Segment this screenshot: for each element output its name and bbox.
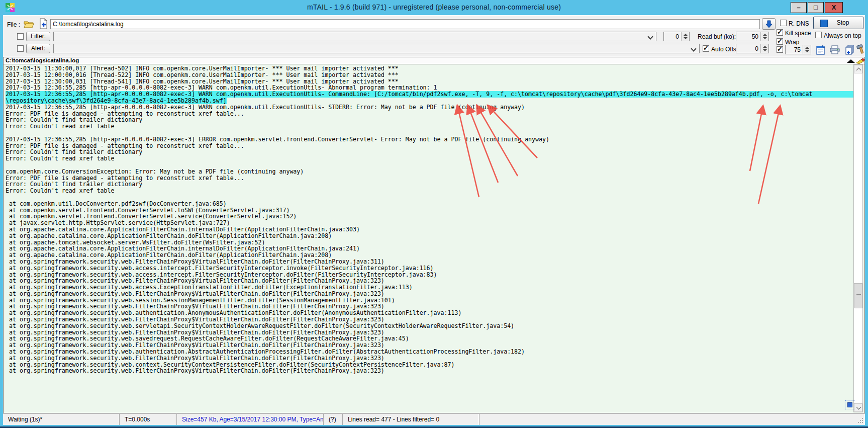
chevron-up-icon bbox=[856, 68, 861, 73]
spinner-arrows[interactable] bbox=[760, 44, 768, 53]
rdns-label: R. DNS bbox=[789, 20, 809, 27]
printer-icon[interactable] bbox=[829, 44, 840, 55]
statusbar: Waiting (1s)* T=0.000s Size=457 Kb, Age=… bbox=[3, 413, 865, 425]
log-line: \repository\cache\swf\3fd264e9-8cfa-43e7… bbox=[6, 98, 854, 104]
log-line: at org.springframework.security.web.acce… bbox=[6, 265, 854, 272]
scrollbar-thumb[interactable] bbox=[854, 283, 862, 308]
filter-combobox[interactable] bbox=[53, 32, 656, 41]
file-path-input[interactable]: C:\tomcat\logs\catalina.log bbox=[50, 19, 760, 29]
vertical-scrollbar[interactable] bbox=[853, 64, 863, 412]
scroll-to-end-toggle[interactable] bbox=[845, 400, 854, 409]
down-arrow-icon bbox=[765, 20, 773, 28]
log-line: at org.springframework.security.web.Filt… bbox=[6, 291, 854, 297]
minimize-button[interactable]: – bbox=[791, 2, 807, 13]
titlebar: mTAIL - 1.9.6 (build 971) - unregistered… bbox=[0, 0, 868, 15]
log-line: 2017-03-15 12:00:00,016 [Thread-522] INF… bbox=[6, 72, 854, 78]
mtail-window: { "window": { "title": "mTAIL - 1.9.6 (b… bbox=[0, 0, 868, 428]
position-marker-icon bbox=[847, 59, 855, 63]
read-buf-spinner[interactable]: 50 bbox=[736, 32, 769, 41]
refresh-spinner[interactable]: 75 bbox=[785, 45, 811, 54]
status-filler bbox=[479, 414, 865, 425]
auto-offset-spinner[interactable]: 0 bbox=[736, 44, 769, 53]
close-button[interactable]: X bbox=[825, 2, 843, 13]
filter-count-spinner[interactable]: 0 bbox=[663, 32, 690, 41]
status-line-counts: Lines read= 477 - Lines filtered= 0 bbox=[343, 414, 479, 425]
chevron-down-icon bbox=[856, 405, 861, 410]
status-help[interactable]: (?) bbox=[324, 414, 343, 425]
filter-button[interactable]: Filter: bbox=[26, 32, 50, 41]
new-file-icon[interactable] bbox=[39, 18, 48, 29]
resize-grip[interactable] bbox=[856, 416, 863, 423]
log-line: Error: Couldn't find trailer dictionary bbox=[6, 117, 854, 123]
read-buf-label: Read buf (ko): bbox=[698, 33, 736, 40]
log-line: Error: Couldn't read xref table bbox=[6, 123, 854, 130]
jump-to-end-button[interactable] bbox=[762, 18, 776, 30]
log-line: 2017-03-15 12:36:55,285 [http-apr-0.0.0.… bbox=[6, 136, 854, 143]
stop-button[interactable]: Stop bbox=[813, 17, 863, 29]
log-line: Error: Couldn't find trailer dictionary bbox=[6, 149, 854, 155]
settings-hammer-icon[interactable] bbox=[855, 43, 866, 54]
log-line: at org.apache.catalina.core.ApplicationF… bbox=[6, 252, 854, 259]
log-line bbox=[6, 194, 854, 201]
log-line: com.openkm.core.ConversionException: Err… bbox=[6, 168, 854, 175]
always-on-top-label: Always on top bbox=[824, 32, 861, 39]
filter-count-value: 0 bbox=[676, 33, 679, 40]
log-panel: C:\tomcat\logs\catalina.log 2017-03-15 1… bbox=[3, 57, 865, 413]
log-line bbox=[6, 130, 854, 136]
log-line: at org.springframework.security.web.Filt… bbox=[6, 259, 854, 265]
log-line: at org.springframework.security.web.serv… bbox=[6, 323, 854, 329]
log-line: 2017-03-15 12:36:55,285 [http-apr-0.0.0.… bbox=[6, 104, 854, 111]
log-line: Error: Couldn't find trailer dictionary bbox=[6, 181, 854, 188]
log-line: at org.springframework.security.web.Filt… bbox=[6, 316, 854, 323]
log-line: at com.openkm.util.DocConverter.pdf2swf(… bbox=[6, 201, 854, 207]
spinner-arrows[interactable] bbox=[803, 45, 811, 54]
stop-label: Stop bbox=[837, 19, 849, 26]
status-file-info: Size=457 Kb, Age=3/15/2017 12:30:00 PM, … bbox=[177, 414, 324, 425]
always-on-top-checkbox[interactable] bbox=[815, 32, 822, 38]
rdns-checkbox[interactable] bbox=[780, 20, 787, 26]
log-line: at org.apache.catalina.core.ApplicationF… bbox=[6, 226, 854, 233]
chevron-down-icon bbox=[691, 46, 696, 51]
log-line bbox=[6, 162, 854, 168]
read-buf-value: 50 bbox=[752, 33, 758, 40]
log-text: 2017-03-15 11:30:00,017 [Thread-502] INF… bbox=[4, 64, 854, 413]
spinner-arrows[interactable] bbox=[760, 32, 768, 41]
log-line: Error: Couldn't read xref table bbox=[6, 155, 854, 162]
log-line: at org.springframework.security.web.acce… bbox=[6, 284, 854, 291]
kill-space-checkbox[interactable] bbox=[777, 29, 783, 36]
notepad-icon[interactable] bbox=[815, 44, 826, 55]
log-line: at org.springframework.security.web.Filt… bbox=[6, 355, 854, 362]
blue-square-icon bbox=[847, 402, 852, 407]
chevron-down-icon bbox=[647, 34, 653, 39]
status-state: Waiting (1s)* bbox=[3, 414, 120, 425]
wrap-checkbox[interactable] bbox=[777, 38, 783, 45]
log-line: at javax.servlet.http.HttpServlet.servic… bbox=[6, 220, 854, 226]
alert-checkbox[interactable] bbox=[17, 45, 24, 52]
status-timer: T=0.000s bbox=[120, 414, 177, 425]
window-title: mTAIL - 1.9.6 (build 971) - unregistered… bbox=[0, 3, 868, 11]
log-file-tab[interactable]: C:\tomcat\logs\catalina.log bbox=[4, 57, 864, 64]
refresh-value: 75 bbox=[794, 46, 801, 53]
alert-combobox[interactable] bbox=[53, 44, 700, 53]
copy-files-icon[interactable] bbox=[844, 44, 855, 55]
log-line: at org.springframework.security.web.Filt… bbox=[6, 368, 854, 374]
kill-space-label: Kill space bbox=[785, 30, 811, 37]
log-line: 2017-03-15 11:30:00,017 [Thread-502] INF… bbox=[6, 65, 854, 72]
clear-broom-icon[interactable] bbox=[856, 58, 865, 64]
log-line: at org.apache.catalina.core.ApplicationF… bbox=[6, 233, 854, 239]
stop-icon bbox=[820, 20, 828, 27]
file-label: File : bbox=[7, 21, 20, 28]
refresh-checkbox[interactable] bbox=[777, 46, 783, 53]
maximize-button[interactable]: □ bbox=[808, 2, 824, 13]
log-line: at org.springframework.security.web.auth… bbox=[6, 349, 854, 355]
scrollbar-grip-icon bbox=[856, 294, 861, 298]
spinner-arrows[interactable] bbox=[681, 32, 689, 41]
log-line: Error: Couldn't read xref table bbox=[6, 188, 854, 194]
scroll-up-button[interactable] bbox=[854, 65, 862, 73]
alert-button[interactable]: Alert: bbox=[26, 44, 50, 53]
filter-checkbox[interactable] bbox=[17, 33, 24, 40]
auto-offset-value: 0 bbox=[755, 45, 758, 52]
scroll-down-button[interactable] bbox=[854, 403, 862, 412]
auto-offset-checkbox[interactable] bbox=[703, 45, 709, 52]
open-folder-icon[interactable] bbox=[23, 19, 34, 30]
